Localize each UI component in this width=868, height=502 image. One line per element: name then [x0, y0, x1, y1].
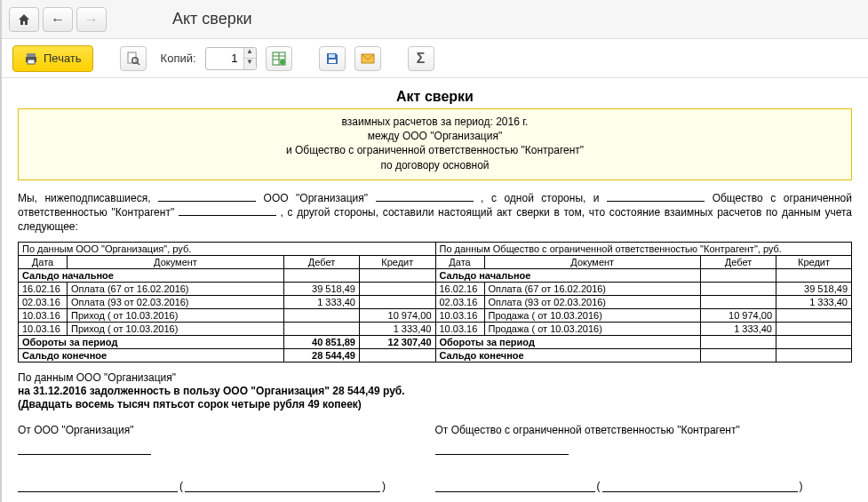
sign-line [18, 491, 178, 492]
preview-button[interactable] [120, 46, 147, 71]
box-line: и Общество с ограниченной ответственност… [28, 143, 842, 157]
sum-button[interactable]: Σ [408, 46, 434, 71]
cell [701, 295, 776, 308]
col-debit: Дебет [283, 255, 359, 268]
envelope-icon [361, 52, 375, 66]
home-button[interactable] [9, 7, 39, 32]
signatures-row: От ООО "Организация" ( ) От Общество с о… [18, 424, 852, 492]
save-button[interactable] [319, 46, 346, 71]
cell: 02.03.16 [19, 295, 68, 308]
email-button[interactable] [354, 46, 381, 71]
cell [359, 348, 434, 362]
table-row: 02.03.16Оплата (93 от 02.03.2016)1 333,4… [19, 295, 435, 308]
toolbar: Печать Копий: ▲ ▼ Σ [2, 39, 868, 78]
sign-line [435, 491, 595, 492]
saldo-start: Сальдо начальное [19, 268, 284, 282]
copies-up[interactable]: ▲ [244, 48, 256, 59]
cell [776, 322, 852, 335]
cell [283, 322, 359, 335]
turnover: Обороты за период [435, 335, 701, 348]
box-line: между ООО "Организация" [28, 129, 842, 143]
blank-line [179, 205, 276, 216]
turnover: Обороты за период [19, 335, 284, 348]
table-header: По данным ООО "Организация", руб. [19, 242, 435, 255]
print-button[interactable]: Печать [12, 45, 93, 72]
cell: Оплата (93 от 02.03.2016) [484, 295, 701, 308]
blank-line [607, 191, 705, 202]
cell: 10.03.16 [435, 308, 484, 322]
document-area[interactable]: Акт сверки взаимных расчетов за период: … [2, 78, 868, 502]
blank-line [376, 191, 474, 202]
cell: Оплата (67 от 16.02.2016) [68, 282, 284, 295]
table-row: 02.03.16Оплата (93 от 02.03.2016)1 333,4… [435, 295, 852, 308]
col-debit: Дебет [701, 255, 776, 268]
cell: 1 333,40 [283, 295, 359, 308]
doc-title: Акт сверки [18, 89, 852, 105]
cell: 1 333,40 [359, 322, 434, 335]
forward-button[interactable]: → [76, 7, 107, 32]
cell: Оплата (67 от 16.02.2016) [484, 282, 701, 295]
floppy-icon [325, 52, 339, 66]
left-table: По данным ООО "Организация", руб. Дата Д… [18, 242, 435, 363]
box-line: по договору основной [28, 158, 842, 172]
cell: Продажа ( от 10.03.2016) [484, 308, 701, 322]
paren: ) [800, 480, 803, 492]
sign-line [18, 454, 151, 455]
sign-line [435, 454, 569, 455]
cell [776, 335, 852, 348]
cell: 02.03.16 [435, 295, 484, 308]
cell: Приход ( от 10.03.2016) [68, 322, 284, 335]
table-row: 16.02.16Оплата (67 от 16.02.2016)39 518,… [435, 282, 852, 295]
text: Мы, нижеподписавшиеся, [18, 192, 158, 204]
right-table: По данным Общество с ограниченной ответс… [435, 242, 853, 363]
cell: Приход ( от 10.03.2016) [68, 308, 284, 322]
cell: 1 333,40 [701, 322, 776, 335]
cell: 16.02.16 [435, 282, 484, 295]
spreadsheet-button[interactable] [266, 46, 292, 71]
sigma-icon: Σ [417, 51, 426, 67]
cell: 10.03.16 [19, 322, 68, 335]
cell [283, 308, 359, 322]
svg-point-10 [280, 60, 285, 65]
copies-input[interactable] [206, 52, 243, 65]
cell [701, 348, 776, 362]
col-doc: Документ [484, 255, 701, 268]
spreadsheet-icon [272, 52, 286, 66]
saldo-start: Сальдо начальное [435, 268, 701, 282]
text: ООО "Организация" [264, 192, 376, 204]
sign-line [185, 491, 380, 492]
col-date: Дата [435, 255, 484, 268]
cell: Оплата (93 от 02.03.2016) [68, 295, 284, 308]
table-row: 10.03.16Приход ( от 10.03.2016)10 974,00 [19, 308, 435, 322]
sign-line [602, 491, 798, 492]
cell [701, 335, 776, 348]
app-window: ← → Акт сверки Печать Копий: ▲ ▼ [0, 0, 868, 502]
titlebar: ← → Акт сверки [2, 0, 868, 39]
cell: Продажа ( от 10.03.2016) [484, 322, 701, 335]
box-line: взаимных расчетов за период: 2016 г. [28, 115, 842, 129]
footer-text: По данным ООО "Организация" [18, 371, 852, 385]
col-credit: Кредит [359, 255, 434, 268]
table-row: 16.02.16Оплата (67 от 16.02.2016)39 518,… [19, 282, 435, 295]
copies-stepper[interactable]: ▲ ▼ [205, 47, 257, 70]
paren: ( [179, 480, 183, 492]
cell: 40 851,89 [283, 335, 359, 348]
table-row: 10.03.16Продажа ( от 10.03.2016)1 333,40 [435, 322, 852, 335]
cell [701, 282, 776, 295]
window-title: Акт сверки [172, 10, 252, 28]
svg-rect-0 [27, 53, 36, 57]
saldo-end: Сальдо конечное [435, 348, 701, 362]
sign-right-label: От Общество с ограниченной ответственнос… [435, 424, 853, 436]
cell [359, 295, 434, 308]
back-button[interactable]: ← [43, 7, 73, 32]
copies-down[interactable]: ▼ [244, 59, 256, 69]
svg-rect-2 [28, 60, 35, 64]
col-credit: Кредит [776, 255, 852, 268]
cell: 39 518,49 [776, 282, 852, 295]
header-box: взаимных расчетов за период: 2016 г. меж… [18, 108, 852, 180]
cell: 10.03.16 [435, 322, 484, 335]
cell: 10.03.16 [19, 308, 68, 322]
cell [776, 308, 852, 322]
printer-icon [24, 52, 38, 66]
cell: 1 333,40 [776, 295, 852, 308]
